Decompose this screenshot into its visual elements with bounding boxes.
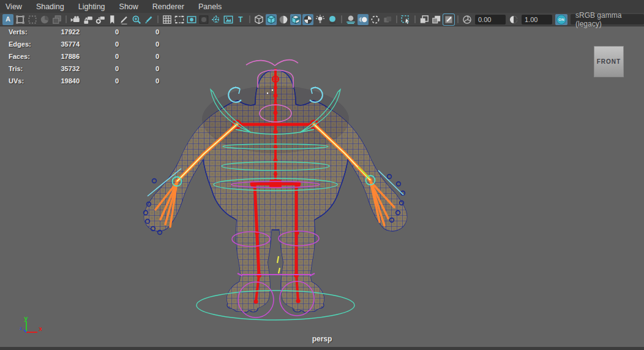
pencil-icon[interactable]	[143, 14, 154, 25]
letter-a-icon[interactable]: A	[2, 14, 13, 25]
half-shaded-sphere-icon[interactable]	[278, 14, 289, 25]
front-plate-label: FRONT	[597, 58, 621, 65]
hud-label: Verts:	[9, 28, 28, 36]
textured-cube-icon[interactable]	[290, 14, 301, 25]
menu-panels[interactable]: Panels	[198, 2, 222, 11]
hud-col3: 0	[120, 77, 159, 85]
axis-z-label: z	[20, 325, 22, 331]
toolbar-separator	[396, 15, 397, 23]
film-gate-icon[interactable]	[174, 14, 185, 25]
on-badge: ON	[556, 15, 566, 25]
hud-row-uvs: UVs: 19840 0 0	[0, 75, 171, 88]
toolbar-separator	[341, 15, 342, 23]
motion-blur-icon[interactable]	[358, 14, 369, 25]
window-edge	[0, 347, 644, 350]
corner-frame-icon[interactable]	[15, 14, 26, 25]
toolbar-separator	[66, 15, 67, 23]
hud-col2: 0	[80, 40, 119, 48]
hud-label: Faces:	[9, 53, 30, 60]
hud-col2: 0	[80, 77, 119, 85]
hud-row-tris: Tris: 35732 0 0	[0, 63, 171, 75]
toolbar-separator	[249, 15, 250, 23]
contrast-gamma-icon[interactable]	[508, 14, 519, 25]
wireframe-cube-icon[interactable]	[253, 14, 264, 25]
menu-show[interactable]: Show	[119, 2, 138, 11]
isolate-select-icon[interactable]	[419, 14, 430, 25]
view-transform-dropdown[interactable]: sRGB gamma (legacy)	[571, 14, 644, 25]
hud-col3: 0	[120, 28, 159, 36]
field-chart-icon[interactable]	[211, 14, 222, 25]
checker-sphere-icon[interactable]	[302, 14, 313, 25]
exposure-value-field[interactable]: 0.00	[475, 15, 506, 25]
hud-total: 35774	[36, 40, 80, 48]
camera-gear-icon[interactable]	[94, 14, 105, 25]
panel-toolbar: A	[0, 13, 644, 26]
hud-label: Tris:	[9, 65, 23, 72]
hud-poly-count: Verts: 17922 0 0 Edges: 35774 0 0 Faces:…	[0, 26, 171, 88]
hud-col2: 0	[80, 65, 119, 72]
shadows-sphere-icon[interactable]	[327, 14, 338, 25]
viewport-panel[interactable]: Verts: 17922 0 0 Edges: 35774 0 0 Faces:…	[0, 26, 644, 347]
hud-total: 17922	[36, 28, 80, 36]
grease-pencil-icon[interactable]	[119, 14, 130, 25]
gate-mask-icon[interactable]	[198, 14, 209, 25]
hud-label: UVs:	[9, 77, 24, 85]
shaded-cube-icon[interactable]	[266, 14, 277, 25]
isolate-select-alt-icon[interactable]	[431, 14, 442, 25]
camera-lock-icon[interactable]	[82, 14, 93, 25]
toolbar-separator	[414, 15, 416, 23]
depth-of-field-icon[interactable]	[382, 14, 393, 25]
hud-row-faces: Faces: 17886 0 0	[0, 51, 171, 63]
hud-col3: 0	[120, 53, 159, 60]
menu-view[interactable]: View	[6, 2, 22, 11]
panel-menubar: View Shading Lighting Show Renderer Pane…	[0, 0, 644, 13]
exposure-aperture-icon[interactable]	[462, 14, 473, 25]
camera-name-label: persp	[0, 335, 644, 343]
color-management-on-button[interactable]: ON	[555, 14, 567, 25]
gamma-value-field[interactable]: 1.00	[522, 15, 552, 25]
hud-total: 19840	[36, 77, 80, 85]
front-image-plane: FRONT	[594, 46, 624, 77]
grid-icon[interactable]	[162, 14, 173, 25]
camera-icon[interactable]	[70, 14, 81, 25]
axis-x-label: x	[39, 325, 42, 333]
bookmark-icon[interactable]	[107, 14, 118, 25]
hud-col3: 0	[120, 65, 159, 72]
hud-label: Edges:	[9, 40, 31, 48]
hud-col2: 0	[80, 28, 119, 36]
hud-col3: 0	[120, 40, 159, 48]
pan-zoom-icon[interactable]	[131, 14, 142, 25]
safe-title-icon[interactable]: T	[235, 14, 246, 25]
menu-shading[interactable]: Shading	[36, 2, 64, 11]
hud-row-edges: Edges: 35774 0 0	[0, 39, 171, 51]
pie-circle-icon[interactable]	[39, 14, 50, 25]
anti-aliasing-icon[interactable]	[370, 14, 381, 25]
toolbar-separator	[457, 15, 459, 23]
xray-pen-icon[interactable]	[443, 14, 454, 25]
light-bulb-icon[interactable]	[315, 14, 326, 25]
resolution-gate-icon[interactable]	[186, 14, 197, 25]
layered-frames-icon[interactable]	[51, 14, 62, 25]
hud-row-verts: Verts: 17922 0 0	[0, 26, 171, 39]
selection-cursor-icon[interactable]	[400, 14, 411, 25]
hud-total: 17886	[36, 53, 80, 60]
hud-col2: 0	[80, 53, 119, 60]
axis-y-label: y	[24, 315, 28, 322]
menu-renderer[interactable]: Renderer	[152, 2, 184, 11]
dashed-frame-icon[interactable]	[27, 14, 38, 25]
ambient-occlusion-icon[interactable]	[345, 14, 356, 25]
hud-total: 35732	[36, 65, 80, 72]
safe-action-icon[interactable]	[223, 14, 234, 25]
toolbar-separator	[157, 15, 159, 23]
menu-lighting[interactable]: Lighting	[78, 2, 105, 11]
